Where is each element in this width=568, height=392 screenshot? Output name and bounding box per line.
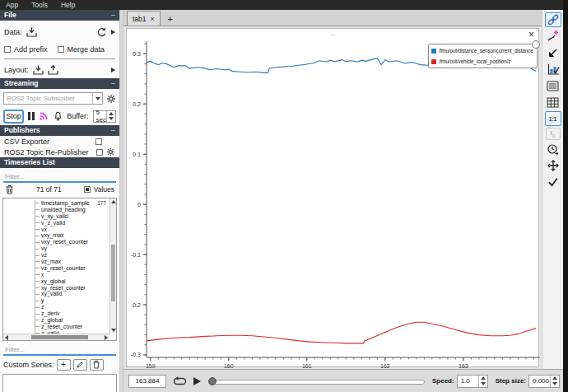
zoom-fit-arrow-icon[interactable]: [545, 45, 561, 60]
timeseries-item[interactable]: vy: [3, 245, 109, 252]
timeseries-item[interactable]: x: [3, 272, 109, 278]
svg-text:161: 161: [302, 363, 312, 369]
timeseries-item[interactable]: vxy_max: [3, 232, 109, 239]
buffer-spinbox[interactable]: 5 sec: [93, 110, 116, 123]
grid-icon[interactable]: [545, 95, 561, 110]
custom-series-label: Custom Series:: [3, 361, 54, 369]
plot-container: ... × 0.30.20.10-0.1-0.2-0.3159160161162…: [123, 26, 542, 369]
timeseries-item[interactable]: vxy_reset_counter: [3, 239, 109, 245]
timeseries-item[interactable]: z_deriv: [3, 310, 109, 317]
streaming-source-value: ROS2 Topic Subscriber: [4, 95, 92, 102]
svg-text:-0.1: -0.1: [131, 252, 141, 258]
curve-editor-icon[interactable]: [545, 29, 561, 44]
statistics-icon[interactable]: [545, 62, 561, 77]
current-time-field[interactable]: 163.884: [128, 375, 166, 388]
custom-series-list[interactable]: [2, 374, 117, 392]
timeseries-item[interactable]: vz_max: [3, 259, 109, 265]
tree-horizontal-scrollbar[interactable]: [3, 334, 109, 340]
timeseries-item[interactable]: unaided_heading: [3, 207, 109, 213]
timeseries-item[interactable]: timestamp_sample177: [3, 200, 109, 207]
collapse-indicator: [111, 83, 115, 84]
speed-spinbox[interactable]: 1.0: [457, 375, 488, 388]
streaming-signal-icon[interactable]: [39, 111, 49, 121]
values-checkbox[interactable]: [84, 186, 91, 193]
timeseries-filter-input[interactable]: Filter...: [3, 169, 116, 183]
timeseries-value: 177: [97, 200, 109, 207]
streaming-source-select[interactable]: ROS2 Topic Subscriber: [3, 92, 103, 105]
slider-groove: [208, 380, 425, 385]
apply-check-icon[interactable]: [545, 175, 561, 189]
reload-data-icon[interactable]: [96, 27, 107, 38]
timeseries-item[interactable]: xy_valid: [3, 291, 109, 297]
timeseries-item[interactable]: xy_reset_counter: [3, 285, 109, 292]
publishers-section-header[interactable]: Publishers: [0, 125, 119, 136]
tab-close-icon[interactable]: ×: [151, 16, 155, 22]
menu-app[interactable]: App: [0, 0, 24, 10]
edit-custom-series-button[interactable]: [73, 359, 87, 371]
plot-canvas[interactable]: 0.30.20.10-0.1-0.2-0.3159160161162163: [147, 41, 540, 357]
layout-menu-arrow[interactable]: [111, 68, 115, 72]
stop-streaming-button[interactable]: Stop: [3, 110, 24, 124]
republisher-gear-icon[interactable]: [106, 147, 115, 156]
svg-text:0.3: 0.3: [133, 51, 141, 57]
svg-text:0.2: 0.2: [133, 101, 141, 107]
streaming-settings-gear-icon[interactable]: [106, 94, 116, 104]
timeseries-item[interactable]: z_reset_counter: [3, 324, 109, 330]
ratio-1-1-icon[interactable]: 1:1: [545, 111, 561, 126]
timeseries-section-header: Timeseries List: [0, 157, 119, 168]
timeseries-item[interactable]: z: [3, 304, 109, 310]
delete-custom-series-button[interactable]: [90, 359, 104, 371]
tree-vertical-scrollbar[interactable]: [109, 198, 116, 334]
notifications-bell-icon[interactable]: [54, 111, 63, 121]
publisher-ros2-republisher-label: ROS2 Topic Re-Publisher: [4, 148, 88, 156]
tab-tab1[interactable]: tab1 ×: [127, 11, 161, 26]
timeseries-item[interactable]: v_z_valid: [3, 220, 109, 226]
menu-tools[interactable]: Tools: [26, 0, 54, 10]
time-slider[interactable]: [208, 376, 425, 386]
add-custom-series-button[interactable]: +: [57, 359, 71, 371]
timeseries-item[interactable]: y: [3, 297, 109, 304]
timeseries-item[interactable]: v_xy_valid: [3, 213, 109, 220]
data-menu-arrow[interactable]: [111, 30, 115, 35]
save-layout-icon[interactable]: [48, 65, 58, 75]
add-prefix-checkbox[interactable]: [4, 46, 11, 53]
timeseries-tree[interactable]: timestamp_sample177unaided_headingv_xy_v…: [2, 198, 117, 341]
svg-text:163: 163: [459, 363, 468, 369]
time-tracker-clock-icon[interactable]: [545, 142, 561, 156]
timeseries-item[interactable]: vz: [3, 252, 109, 259]
merge-data-checkbox[interactable]: [58, 46, 64, 53]
main-area: tab1 × + ... × 0.30.20.10-0.1-0.2-0.3159…: [123, 10, 563, 392]
custom-series-filter-input[interactable]: Filter...: [3, 342, 116, 356]
t0-icon[interactable]: t0: [546, 128, 561, 140]
slider-handle[interactable]: [208, 377, 216, 385]
link-zoom-icon[interactable]: [545, 12, 561, 27]
plot-widget[interactable]: ... × 0.30.20.10-0.1-0.2-0.3159160161162…: [126, 28, 539, 367]
pan-move-icon[interactable]: [545, 158, 561, 173]
legend-entry[interactable]: /fmu/out/vehicle_local_position/z: [429, 56, 537, 67]
pause-icon[interactable]: [28, 112, 35, 120]
ros2-republisher-checkbox[interactable]: [96, 149, 103, 156]
load-layout-icon[interactable]: [33, 65, 44, 75]
timeseries-item[interactable]: xy_global: [3, 278, 109, 285]
timeseries-item[interactable]: vz_reset_counter: [3, 265, 109, 272]
legend-drag-handle[interactable]: [532, 40, 540, 49]
add-tab-button[interactable]: +: [162, 12, 179, 26]
timeseries-item[interactable]: vx: [3, 226, 109, 233]
delete-timeseries-trash-icon[interactable]: [5, 184, 14, 194]
streaming-section-header[interactable]: Streaming: [0, 78, 119, 89]
play-button[interactable]: [193, 377, 201, 385]
plot-legend[interactable]: /fmu/out/distance_sensor/current_distanc…: [428, 44, 538, 68]
load-data-icon[interactable]: [26, 27, 37, 37]
legend-list-icon[interactable]: [545, 78, 561, 93]
menu-help[interactable]: Help: [55, 0, 81, 10]
legend-entry[interactable]: /fmu/out/distance_sensor/current_distanc…: [429, 45, 537, 56]
buffer-label: Buffer:: [67, 112, 88, 120]
svg-text:-0.2: -0.2: [131, 302, 141, 308]
plot-title: ...: [127, 30, 538, 36]
plot-close-icon[interactable]: ×: [528, 30, 534, 40]
step-size-spinbox[interactable]: 0.000: [528, 375, 560, 388]
timeseries-item[interactable]: z_global: [3, 317, 109, 324]
file-section-header[interactable]: File: [0, 10, 119, 21]
csv-exporter-checkbox[interactable]: [95, 138, 102, 145]
loop-icon[interactable]: [173, 376, 187, 386]
